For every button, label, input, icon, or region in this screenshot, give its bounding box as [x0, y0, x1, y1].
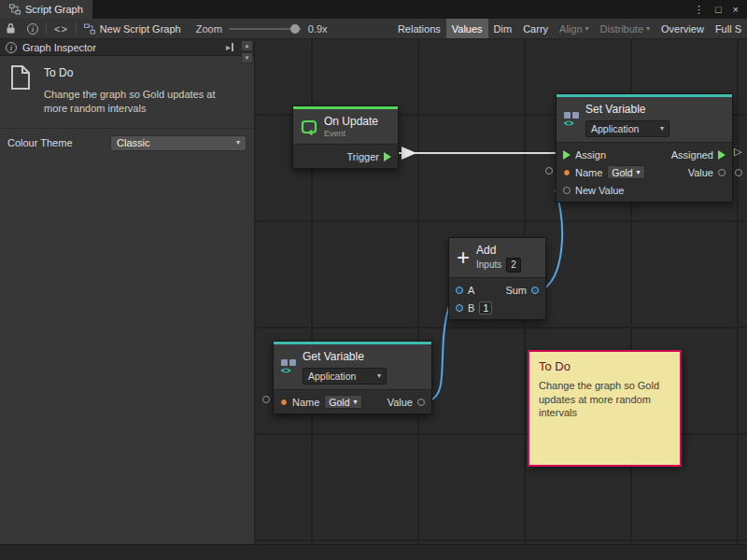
chevron-down-icon: ▾: [660, 125, 664, 133]
name-label: Name: [575, 167, 602, 178]
overview-button[interactable]: Overview: [655, 19, 710, 38]
inspector-title: Graph Inspector: [22, 42, 96, 53]
inputs-row: Inputs 2: [476, 258, 521, 273]
node-header: <> Set Variable Application ▾: [557, 97, 732, 143]
assign-flow-in-port[interactable]: [563, 150, 571, 160]
code-preview-icon[interactable]: <>: [49, 19, 74, 38]
input-b-port[interactable]: [456, 304, 463, 312]
external-value-port[interactable]: [735, 169, 742, 176]
sticky-note[interactable]: To Do Change the graph so Gold updates a…: [528, 350, 682, 467]
close-icon[interactable]: ×: [733, 4, 739, 15]
variable-scope-dropdown[interactable]: Application ▾: [303, 368, 387, 385]
name-value: Gold: [612, 167, 632, 178]
value-label: Value: [688, 167, 713, 178]
on-update-icon: [301, 119, 317, 135]
assign-label: Assign: [575, 149, 606, 161]
values-button[interactable]: Values: [446, 19, 488, 38]
graph-canvas[interactable]: On Update Event Trigger <> Set Va: [255, 39, 747, 544]
node-set-variable[interactable]: <> Set Variable Application ▾ Assign Ass…: [556, 93, 733, 203]
input-b-value-field[interactable]: 1: [479, 301, 492, 315]
zoom-value: 0.9x: [308, 23, 328, 35]
value-out-port[interactable]: [417, 399, 425, 406]
lock-icon: [6, 22, 16, 35]
trigger-port-row: Trigger: [293, 147, 398, 165]
node-title-block: Set Variable Application ▾: [585, 102, 669, 137]
assign-port-row: Assign Assigned: [557, 146, 732, 163]
toolbar-separator: [46, 22, 47, 35]
new-value-in-port[interactable]: [563, 187, 571, 194]
trigger-label: Trigger: [347, 151, 379, 162]
node-header: <> Get Variable Application ▾: [274, 344, 431, 390]
script-graph-icon: [9, 4, 21, 15]
variable-icon-squares: [281, 359, 296, 366]
node-add[interactable]: + Add Inputs 2 A Sum: [448, 237, 546, 320]
name-port[interactable]: [563, 169, 571, 176]
maximize-icon[interactable]: □: [715, 4, 722, 15]
status-bar: [0, 544, 747, 560]
variable-name-dropdown[interactable]: Gold ▾: [607, 165, 644, 179]
sticky-note-title: To Do: [539, 359, 670, 373]
expand-icon: ▸: [226, 42, 231, 52]
note-icon: [9, 64, 32, 91]
node-title-block: Get Variable Application ▾: [303, 349, 387, 385]
graph-asset-icon: [84, 23, 95, 35]
name-label: Name: [292, 397, 319, 408]
toolbar-separator: [76, 22, 77, 35]
dim-button[interactable]: Dim: [488, 19, 518, 38]
dock-icon[interactable]: ▸: [226, 42, 233, 52]
button-label: Overview: [661, 23, 704, 35]
inspector-toggle-button[interactable]: i: [21, 19, 44, 38]
inspector-scroll-buttons: ▲ ▼: [241, 40, 253, 63]
sum-label: Sum: [505, 285, 527, 296]
node-body: Trigger: [293, 145, 398, 168]
relations-button[interactable]: Relations: [392, 19, 446, 38]
flow-edge-arrow-icon: [402, 147, 416, 160]
chevron-down-icon: ▾: [236, 139, 240, 147]
zoom-slider[interactable]: [229, 28, 302, 30]
window-menu-icon[interactable]: ⋮: [694, 4, 704, 16]
info-icon: i: [27, 23, 38, 35]
name-port-row: Name Gold ▾ Value: [557, 163, 732, 181]
colour-theme-dropdown[interactable]: Classic ▾: [110, 135, 247, 151]
input-b-label: B: [468, 302, 474, 314]
variable-icon: <>: [564, 112, 579, 128]
name-port[interactable]: [280, 399, 288, 406]
scroll-down-button[interactable]: ▼: [241, 52, 253, 63]
distribute-button[interactable]: Distribute▾: [595, 19, 655, 38]
fullscreen-button[interactable]: Full S: [710, 19, 747, 38]
carry-button[interactable]: Carry: [517, 19, 554, 38]
inputs-count[interactable]: 2: [506, 258, 521, 273]
graph-asset[interactable]: New Script Graph: [78, 23, 187, 35]
node-get-variable[interactable]: <> Get Variable Application ▾ Name Gold: [273, 341, 432, 414]
set-variable-name-edge-port[interactable]: [545, 167, 553, 175]
zoom-control: Zoom 0.9x: [196, 23, 328, 35]
get-variable-name-edge-port[interactable]: [262, 396, 270, 403]
node-on-update[interactable]: On Update Event Trigger: [292, 105, 399, 169]
node-subtitle: Event: [324, 129, 378, 139]
align-button[interactable]: Align▾: [554, 19, 594, 38]
variable-scope-dropdown[interactable]: Application ▾: [585, 120, 669, 137]
zoom-slider-handle[interactable]: [290, 24, 300, 34]
node-title: Add: [476, 243, 521, 258]
script-graph-window: Script Graph ⋮ □ × i <> New Scrip: [0, 0, 747, 560]
node-header: + Add Inputs 2: [449, 238, 545, 278]
value-out-port[interactable]: [718, 169, 726, 176]
trigger-flow-out-port[interactable]: [384, 152, 391, 161]
scroll-up-button[interactable]: ▲: [241, 40, 253, 51]
variable-icon: <>: [281, 359, 296, 375]
variable-name-dropdown[interactable]: Gold ▾: [324, 395, 361, 409]
tab-script-graph[interactable]: Script Graph: [0, 0, 92, 19]
graph-name: New Script Graph: [100, 23, 181, 35]
sum-out-port[interactable]: [531, 287, 539, 294]
graph-toolbar: i <> New Script Graph Zoom 0.9x Relation…: [0, 19, 747, 39]
scope-value: Application: [591, 123, 639, 134]
tab-label: Script Graph: [25, 4, 83, 15]
node-title-block: On Update Event: [324, 114, 378, 139]
chevron-down-icon: ▾: [354, 399, 358, 406]
lock-button[interactable]: [0, 19, 21, 38]
button-label: Dim: [494, 23, 513, 35]
input-a-port[interactable]: [456, 287, 463, 294]
assigned-flow-out-port[interactable]: [718, 150, 726, 160]
button-label: Align: [559, 23, 582, 35]
tab-bar: Script Graph ⋮ □ ×: [0, 0, 747, 19]
